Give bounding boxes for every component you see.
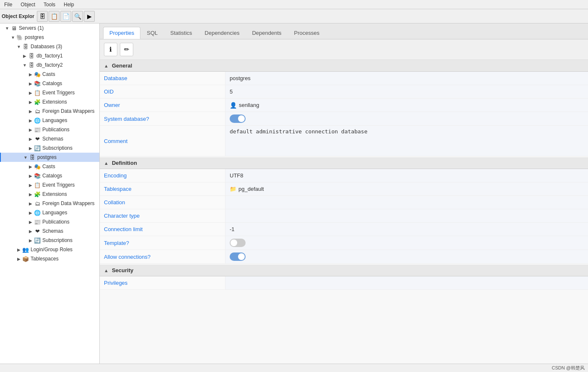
section-security-label: Security (112, 267, 133, 273)
tree-item-publications-2[interactable]: ▶ 📰 Publications (0, 217, 99, 226)
conn-limit-input[interactable] (230, 226, 584, 232)
tree-label-tablespaces: Tablespaces (31, 256, 59, 262)
tree-item-languages-1[interactable]: ▶ 🌐 Languages (0, 116, 99, 125)
tree-item-event-triggers-2[interactable]: ▶ 📋 Event Triggers (0, 180, 99, 190)
tree-item-casts-1[interactable]: ▶ 🎭 Casts (0, 70, 99, 79)
toggle-icon-foreign-data-wrappers-1: ▶ (28, 108, 34, 114)
prop-value-encoding (225, 169, 588, 182)
tablespace-name: pg_default (238, 186, 264, 192)
prop-value-database (225, 72, 588, 85)
tab-dependencies[interactable]: Dependencies (198, 27, 246, 39)
comment-textarea[interactable]: default administrative connection databa… (230, 128, 584, 153)
tree-item-schemas-1[interactable]: ▶ ❤ Schemas (0, 134, 99, 143)
tree-item-databases[interactable]: ▼ 🗄 Databases (3) (0, 42, 99, 51)
allow-conn-toggle[interactable] (230, 252, 246, 261)
toggle-icon-casts-1: ▶ (28, 71, 34, 77)
action-bar: ℹ ✏ (100, 39, 588, 60)
tree-item-catalogs-1[interactable]: ▶ 📚 Catalogs (0, 79, 99, 88)
section-general-header[interactable]: ▲ General (100, 60, 588, 72)
tree-item-subscriptions-2[interactable]: ▶ 🔄 Subscriptions (0, 236, 99, 245)
toggle-icon-servers: ▼ (4, 25, 10, 31)
toggle-icon-casts-2: ▶ (28, 164, 34, 169)
section-definition-label: Definition (112, 160, 137, 166)
char-type-input[interactable] (230, 213, 584, 219)
section-definition-header[interactable]: ▲ Definition (100, 157, 588, 169)
folder-icon: 📁 (230, 186, 236, 192)
toolbar-btn-search[interactable]: 🔍 (72, 11, 83, 22)
section-general-body: Database OID Owner (100, 72, 588, 156)
info-button[interactable]: ℹ (104, 43, 117, 56)
tree-icon-foreign-data-wrappers-1: 🗂 (34, 107, 41, 115)
tree-icon-postgres-server: 🐘 (16, 34, 23, 41)
tree-item-extensions-1[interactable]: ▶ 🧩 Extensions (0, 97, 99, 107)
tree-item-servers[interactable]: ▼ 🖥 Servers (1) (0, 23, 99, 33)
tree-icon-servers: 🖥 (10, 24, 18, 32)
tree-item-postgres-db[interactable]: ▼ 🗄 postgres (0, 153, 99, 162)
template-track[interactable] (230, 239, 246, 247)
prop-row-system-db: System database? (100, 112, 588, 126)
tree-item-event-triggers-1[interactable]: ▶ 📋 Event Triggers (0, 88, 99, 97)
menu-tools[interactable]: Tools (42, 1, 57, 8)
tab-statistics[interactable]: Statistics (164, 27, 198, 39)
tab-dependents[interactable]: Dependents (246, 27, 288, 39)
tree-label-event-triggers-1: Event Triggers (42, 90, 75, 96)
toggle-icon-publications-2: ▶ (28, 219, 34, 225)
system-db-track[interactable] (230, 114, 246, 123)
toggle-icon-login-group-roles: ▶ (16, 247, 22, 252)
tree-item-postgres-server[interactable]: ▼ 🐘 postgres (0, 33, 99, 42)
tree-item-login-group-roles[interactable]: ▶ 👥 Login/Group Roles (0, 245, 99, 254)
tree-item-schemas-2[interactable]: ▶ ❤ Schemas (0, 226, 99, 236)
prop-label-char-type: Character type (100, 209, 225, 222)
toggle-icon-event-triggers-1: ▶ (28, 90, 34, 96)
system-db-toggle[interactable] (230, 114, 246, 123)
section-security-header[interactable]: ▲ Security (100, 265, 588, 276)
tab-sql[interactable]: SQL (140, 27, 164, 39)
toggle-icon-databases: ▼ (16, 44, 22, 49)
tree-label-db_factory1: db_factory1 (36, 53, 63, 59)
prop-value-char-type (225, 209, 588, 222)
tree-item-tablespaces[interactable]: ▶ 📦 Tablespaces (0, 254, 99, 263)
menu-help[interactable]: Help (62, 1, 76, 8)
toolbar: Object Explor 🗄 📋 📄 🔍 ▶ (0, 9, 588, 23)
menu-file[interactable]: File (3, 1, 14, 8)
prop-value-system-db (225, 112, 588, 125)
right-panel: Properties SQL Statistics Dependencies D… (100, 23, 588, 364)
encoding-input[interactable] (230, 172, 584, 179)
tree-item-subscriptions-1[interactable]: ▶ 🔄 Subscriptions (0, 143, 99, 153)
owner-name: senllang (239, 102, 259, 108)
tree-label-schemas-2: Schemas (42, 228, 63, 234)
tab-processes[interactable]: Processes (288, 27, 326, 39)
tree-item-foreign-data-wrappers-2[interactable]: ▶ 🗂 Foreign Data Wrappers (0, 199, 99, 208)
toolbar-btn-terminal[interactable]: ▶ (84, 11, 95, 22)
prop-row-owner: Owner 👤 senllang (100, 99, 588, 112)
tab-properties[interactable]: Properties (103, 27, 140, 39)
database-input[interactable] (230, 75, 584, 81)
tree-item-db_factory2[interactable]: ▼ 🗄 db_factory2 (0, 60, 99, 70)
template-toggle[interactable] (230, 239, 246, 247)
edit-button[interactable]: ✏ (120, 43, 133, 56)
toolbar-btn-db[interactable]: 🗄 (37, 11, 48, 22)
menu-object[interactable]: Object (19, 1, 37, 8)
collation-input[interactable] (230, 199, 584, 206)
tree-icon-login-group-roles: 👥 (22, 246, 29, 253)
oid-input[interactable] (230, 88, 584, 95)
toolbar-btn-table[interactable]: 📋 (49, 11, 60, 22)
tree-icon-languages-2: 🌐 (34, 209, 41, 216)
tree-label-subscriptions-1: Subscriptions (42, 145, 73, 151)
tree-label-extensions-1: Extensions (42, 99, 67, 105)
privileges-input[interactable] (230, 280, 584, 286)
tree-item-extensions-2[interactable]: ▶ 🧩 Extensions (0, 190, 99, 199)
status-bar: CSDN @韩楚风 (0, 364, 588, 372)
tree-item-foreign-data-wrappers-1[interactable]: ▶ 🗂 Foreign Data Wrappers (0, 107, 99, 116)
tree-item-catalogs-2[interactable]: ▶ 📚 Catalogs (0, 171, 99, 180)
tree-icon-publications-1: 📰 (34, 126, 41, 133)
prop-value-owner: 👤 senllang (225, 99, 588, 112)
prop-value-comment: default administrative connection databa… (225, 126, 588, 156)
prop-row-oid: OID (100, 85, 588, 99)
tree-item-db_factory1[interactable]: ▶ 🗄 db_factory1 (0, 51, 99, 60)
toolbar-btn-doc[interactable]: 📄 (60, 11, 71, 22)
allow-conn-track[interactable] (230, 252, 246, 261)
tree-item-publications-1[interactable]: ▶ 📰 Publications (0, 125, 99, 134)
tree-item-languages-2[interactable]: ▶ 🌐 Languages (0, 208, 99, 217)
tree-item-casts-2[interactable]: ▶ 🎭 Casts (0, 162, 99, 171)
